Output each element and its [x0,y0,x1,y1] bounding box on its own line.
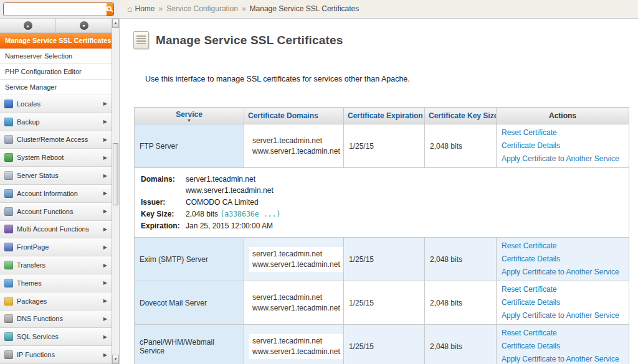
chevron-right-icon: ▶ [103,334,107,340]
key-size-cell: 2,048 bits [425,325,497,364]
chevron-right-icon: ▶ [103,208,107,214]
sidebar-group-cluster-remote-access[interactable]: Cluster/Remote Access ▶ [0,131,112,149]
chevron-right-icon: ▶ [103,263,107,268]
sort-descending-icon: ▼ [138,119,240,122]
chevron-right-icon: ▶ [103,119,107,124]
group-label: Packages [17,297,100,305]
col-header-service[interactable]: Service ▼ [135,108,244,124]
group-label: System Reboot [17,154,100,161]
system-reboot-icon [4,153,13,162]
chevron-right-icon: ▶ [103,245,107,250]
sidebar-group-frontpage[interactable]: FrontPage ▶ [0,238,112,256]
domain: server1.tecadmin.net [252,136,340,146]
page-title: Manage Service SSL Certificates [156,34,343,47]
search-zone [0,0,120,19]
reset-certificate-link[interactable]: Reset Certificate [502,327,624,340]
group-label: Account Information [17,190,100,197]
group-label: DNS Functions [17,315,100,322]
search-icon [107,6,112,11]
sidebar-group-account-functions[interactable]: Account Functions ▶ [0,203,112,221]
sidebar-group-system-reboot[interactable]: System Reboot ▶ [0,149,112,167]
chevron-right-icon: ▶ [103,352,107,358]
account-functions-icon [4,207,13,216]
search-input[interactable] [4,3,107,16]
search-button[interactable] [107,3,113,16]
detail-domains-label: Domains: [141,174,186,196]
col-header-certificate-expiration[interactable]: Certificate Expiration [344,108,425,124]
sidebar-scroll-down-button[interactable]: ▼ [56,19,112,32]
certificate-details-link[interactable]: Certificate Details [502,139,624,152]
detail-key-size-value: 2,048 bits (a338636e ...) [186,208,622,220]
sql-services-icon [4,332,13,341]
domain: server1.tecadmin.net [252,336,340,347]
sidebar-scrollbar[interactable]: ▲ ▼ [112,19,120,364]
sidebar-group-ip-functions[interactable]: IP Functions ▶ [0,346,112,364]
domain: www.server1.tecadmin.net [252,303,340,314]
apply-certificate-link[interactable]: Apply Certificate to Another Service [502,309,624,322]
sidebar-group-server-status[interactable]: Server Status ▶ [0,167,112,185]
group-label: IP Functions [17,351,100,358]
sidebar-group-packages[interactable]: Packages ▶ [0,292,112,310]
service-cell: cPanel/WHM/Webmail Service [135,325,244,364]
sidebar-group-sql-services[interactable]: SQL Services ▶ [0,328,112,346]
scrollbar-down-button[interactable]: ▼ [112,355,119,364]
apply-certificate-link[interactable]: Apply Certificate to Another Service [502,266,624,279]
col-header-certificate-key-size[interactable]: Certificate Key Size [425,108,497,124]
certificate-details-row: Domains: server1.tecadmin.net www.server… [135,168,629,238]
packages-icon [4,297,13,306]
apply-certificate-link[interactable]: Apply Certificate to Another Service [502,353,624,364]
breadcrumb-current-page: Manage Service SSL Certificates [250,4,359,13]
table-row-dovecot-mail-server: Dovecot Mail Server server1.tecadmin.net… [135,281,629,325]
table-header-row: Service ▼ Certificate Domains Certificat… [135,108,629,124]
apply-certificate-link[interactable]: Apply Certificate to Another Service [502,152,624,166]
sidebar-item-service-manager[interactable]: Service Manager [0,80,112,95]
dns-functions-icon [4,314,13,323]
certificate-details-link[interactable]: Certificate Details [502,340,624,353]
breadcrumb-service-configuration-link[interactable]: Service Configuration [166,4,238,13]
sidebar-item-php-configuration-editor[interactable]: PHP Configuration Editor [0,64,112,80]
scrollbar-thumb[interactable] [113,143,118,205]
detail-issuer-label: Issuer: [141,197,186,208]
sidebar-group-transfers[interactable]: Transfers ▶ [0,256,112,274]
col-header-certificate-domains[interactable]: Certificate Domains [244,108,344,124]
sidebar-group-locales[interactable]: Locales ▶ [0,95,112,113]
whm-window: ⌂Home»Service Configuration»Manage Servi… [0,0,638,364]
certificate-id: (a338636e ...) [220,210,280,218]
domain: server1.tecadmin.net [252,249,340,259]
chevron-right-icon: ▶ [103,155,107,161]
page-heading: Manage Service SSL Certificates [133,31,343,49]
sidebar-group-backup[interactable]: Backup ▶ [0,113,112,131]
home-icon: ⌂ [127,4,132,14]
sidebar-group-dns-functions[interactable]: DNS Functions ▶ [0,310,112,329]
reset-certificate-link[interactable]: Reset Certificate [502,240,624,253]
scrollbar-up-button[interactable]: ▲ [112,19,119,28]
sidebar-group-account-information[interactable]: Account Information ▶ [0,185,112,203]
detail-key-size-label: Key Size: [141,208,186,220]
chevron-right-icon: ▶ [103,316,107,322]
reset-certificate-link[interactable]: Reset Certificate [502,283,624,296]
scroll-up-icon: ▲ [24,21,32,30]
sidebar-group-multi-account-functions[interactable]: Multi Account Functions ▶ [0,221,112,239]
key-size-cell: 2,048 bits [425,124,497,168]
certificate-details-link[interactable]: Certificate Details [502,296,624,309]
sidebar-item-nameserver-selection[interactable]: Nameserver Selection [0,49,112,64]
chevron-right-icon: ▶ [103,137,107,142]
domains-cell: server1.tecadmin.net www.server1.tecadmi… [244,238,344,281]
expiration-cell: 1/25/15 [344,281,425,325]
certificates-table: Service ▼ Certificate Domains Certificat… [134,107,629,364]
chevron-right-icon: ▶ [103,190,107,196]
reset-certificate-link[interactable]: Reset Certificate [502,126,624,139]
service-cell: FTP Server [135,124,244,168]
breadcrumb-home-link[interactable]: Home [135,4,155,13]
certificate-details-link[interactable]: Certificate Details [502,253,624,266]
breadcrumb-separator: » [242,4,246,13]
actions-cell: Reset Certificate Certificate Details Ap… [497,325,629,364]
table-row-exim-smtp-server: Exim (SMTP) Server server1.tecadmin.net … [135,238,629,281]
service-cell: Exim (SMTP) Server [135,238,244,281]
frontpage-icon [4,243,13,251]
sidebar-group-themes[interactable]: Themes ▶ [0,274,112,292]
sidebar-scroll-up-button[interactable]: ▲ [0,19,56,32]
domains-cell: server1.tecadmin.net www.server1.tecadmi… [244,325,344,364]
expiration-cell: 1/25/15 [344,124,425,168]
sidebar-item-manage-service-ssl-certificates[interactable]: Manage Service SSL Certificates [0,33,112,49]
